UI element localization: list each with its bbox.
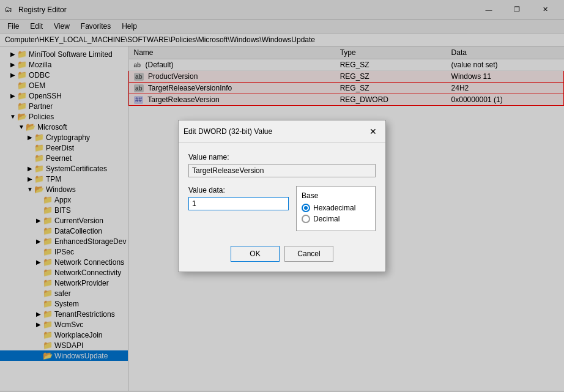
value-data-row: Value data: Base Hexadecimal Decimal (188, 186, 376, 231)
radio-decimal-circle (302, 215, 310, 223)
ok-button[interactable]: OK (231, 246, 280, 262)
value-data-section: Value data: (188, 186, 289, 231)
value-name-input[interactable] (188, 164, 376, 177)
cancel-button[interactable]: Cancel (284, 246, 333, 262)
modal-body: Value name: Value data: Base Hexadecimal (179, 143, 385, 241)
modal-title: Edit DWORD (32-bit) Value (184, 127, 272, 136)
base-section: Base Hexadecimal Decimal (296, 186, 376, 231)
modal-overlay: Edit DWORD (32-bit) Value ✕ Value name: … (0, 0, 564, 392)
value-data-label: Value data: (188, 186, 289, 194)
radio-hexadecimal[interactable]: Hexadecimal (302, 204, 370, 212)
modal-footer: OK Cancel (179, 241, 385, 272)
modal-titlebar: Edit DWORD (32-bit) Value ✕ (179, 120, 385, 143)
value-data-input[interactable] (188, 197, 289, 210)
edit-dword-dialog: Edit DWORD (32-bit) Value ✕ Value name: … (178, 120, 386, 272)
radio-hexadecimal-circle (302, 204, 310, 212)
value-name-label: Value name: (188, 153, 376, 161)
base-box: Base Hexadecimal Decimal (296, 186, 376, 231)
radio-decimal[interactable]: Decimal (302, 215, 370, 223)
radio-hexadecimal-label: Hexadecimal (313, 204, 355, 212)
base-title: Base (302, 191, 370, 200)
radio-decimal-label: Decimal (313, 215, 340, 223)
modal-close-button[interactable]: ✕ (366, 124, 380, 139)
